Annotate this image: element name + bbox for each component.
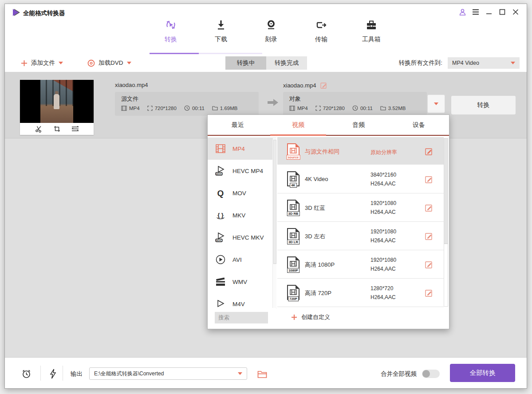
format-label: MOV [233, 190, 246, 197]
nav-tab-burn[interactable]: 刻录 [252, 17, 291, 43]
convert-all-button[interactable]: 全部转换 [450, 364, 515, 382]
search-input[interactable] [215, 312, 268, 323]
target-format-dropdown-button[interactable] [427, 95, 445, 113]
format-item-avi[interactable]: AVI [208, 248, 276, 271]
format-item-wmv[interactable]: WMV [208, 271, 276, 293]
preset-row-3d-rb[interactable]: 3D RB 3D 红蓝 1920*1080 H264,AAC [277, 193, 444, 222]
scrollbar-thumb[interactable] [273, 140, 276, 264]
convert-button[interactable]: 转换 [451, 96, 516, 114]
header: 全能格式转换器 转换 [5, 4, 527, 54]
svg-text:Q: Q [217, 189, 224, 198]
format-item-mkv[interactable]: { } MKV [208, 204, 276, 226]
format-item-mp4[interactable]: MP4 [208, 138, 276, 160]
format-item-mov[interactable]: Q MOV [208, 182, 276, 204]
panel-tab-video[interactable]: 视频 [268, 115, 328, 135]
target-box-title: 对象 [289, 95, 301, 103]
format-item-hevc-mkv[interactable]: HEVC HEVC MKV [208, 226, 276, 248]
preset-row-4k[interactable]: 4K 4K Video 3840*2160 H264,AAC [277, 165, 444, 193]
window-controls [457, 7, 520, 17]
video-thumbnail-card [20, 80, 94, 135]
maximize-icon[interactable] [497, 7, 507, 17]
preset-row-source[interactable]: source 与源文件相同 原始分辨率 [277, 137, 444, 165]
preset-badge: source [287, 155, 300, 160]
scrollbar-thumb[interactable] [444, 138, 448, 244]
footer-divider [40, 366, 41, 381]
rename-edit-icon[interactable] [320, 82, 327, 89]
crop-icon[interactable] [53, 125, 61, 133]
preset-list-scrollbar[interactable] [444, 138, 448, 307]
hevc-play-icon: HEVC [215, 232, 226, 243]
preset-name: 与源文件相同 [305, 148, 367, 156]
nav-label: 刻录 [265, 35, 277, 43]
preset-resolution: 1280*720 [370, 284, 396, 293]
edit-preset-icon[interactable] [425, 289, 433, 297]
resolution-icon [315, 106, 321, 111]
preset-badge: 3D LR [287, 240, 299, 244]
tab-converted[interactable]: 转换完成 [266, 56, 307, 70]
format-list-scrollbar[interactable] [272, 138, 276, 308]
transfer-icon [315, 17, 328, 32]
format-item-hevc-mp4[interactable]: HEVC HEVC MP4 [208, 160, 276, 182]
panel-tab-device[interactable]: 设备 [389, 115, 449, 135]
target-info-box: 对象 MP4 720*1280 00:11 3.52MB [283, 92, 427, 116]
edit-preset-icon[interactable] [425, 147, 433, 155]
minimize-icon[interactable] [484, 7, 494, 17]
edit-preset-icon[interactable] [425, 232, 433, 240]
edit-preset-icon[interactable] [425, 204, 433, 212]
preset-codec: H264,AAC [370, 264, 396, 273]
add-files-button[interactable]: 添加文件 [21, 54, 63, 72]
nav-tab-convert[interactable]: 转换 [151, 17, 190, 43]
nav-tab-toolbox[interactable]: 工具箱 [352, 17, 391, 43]
content-area: xiaodao.mp4 源文件 MP4 720*1280 00:11 1.69M… [5, 72, 527, 357]
load-dvd-button[interactable]: 加载DVD [87, 54, 131, 72]
preset-name: 3D 红蓝 [305, 204, 367, 212]
edit-preset-icon[interactable] [425, 175, 433, 183]
main-nav: 转换 下载 刻录 [151, 17, 391, 43]
effects-sliders-icon[interactable] [71, 125, 79, 133]
edit-preset-icon[interactable] [425, 260, 433, 268]
create-custom-button[interactable]: 创建自定义 [291, 313, 330, 321]
tab-converting[interactable]: 转换中 [225, 56, 266, 70]
output-format-select[interactable]: MP4 Video [448, 57, 520, 69]
format-label: MKV [233, 212, 245, 219]
preset-resolution: 1920*1080 [370, 227, 396, 236]
panel-tab-recent[interactable]: 最近 [208, 115, 268, 135]
nav-tab-transfer[interactable]: 传输 [302, 17, 341, 43]
preset-resolution: 原始分辨率 [370, 148, 397, 157]
panel-tab-audio[interactable]: 音频 [328, 115, 389, 135]
merge-videos-toggle[interactable] [422, 370, 440, 378]
size-icon [212, 106, 218, 110]
open-folder-icon[interactable] [257, 369, 268, 380]
preset-row-3d-lr[interactable]: 3D LR 3D 左右 1920*1080 H264,AAC [277, 222, 444, 250]
schedule-clock-icon[interactable] [21, 368, 32, 379]
create-custom-label: 创建自定义 [301, 313, 330, 321]
trim-scissors-icon[interactable] [35, 125, 43, 133]
preset-row-1080p[interactable]: 1080P 高清 1080P 1920*1080 H264,AAC [277, 250, 444, 279]
preset-name: 3D 左右 [305, 232, 367, 240]
source-box-title: 源文件 [121, 95, 138, 103]
close-icon[interactable] [511, 7, 520, 17]
source-info-box: 源文件 MP4 720*1280 00:11 1.69MB [115, 92, 259, 116]
source-resolution: 720*1280 [155, 106, 177, 111]
footer-divider [63, 366, 63, 381]
preset-specs: 1920*1080 H264,AAC [370, 227, 396, 245]
hardware-accel-bolt-icon[interactable] [47, 368, 58, 379]
chevron-down-icon [127, 62, 131, 64]
duration-icon [184, 105, 190, 111]
menu-icon[interactable] [471, 7, 481, 17]
add-files-label: 添加文件 [31, 59, 55, 67]
resolution-icon [147, 106, 153, 111]
video-thumbnail [20, 80, 94, 123]
preset-badge: 720P [288, 296, 299, 301]
format-item-m4v[interactable]: M4V [208, 293, 276, 308]
nav-tab-download[interactable]: 下载 [201, 17, 240, 43]
output-path-combo[interactable]: E:\全能格式转换器\Converted [89, 367, 247, 380]
account-icon[interactable] [457, 7, 467, 17]
preset-row-720p[interactable]: 720P 高清 720P 1280*720 H264,AAC [277, 279, 444, 307]
play-circle-icon [215, 254, 226, 265]
thumbnail-toolbar [20, 123, 94, 135]
format-label: AVI [233, 256, 242, 263]
quicktime-icon: Q [215, 187, 226, 199]
screen: 全能格式转换器 转换 [0, 0, 532, 394]
target-resolution: 720*1280 [323, 106, 345, 111]
